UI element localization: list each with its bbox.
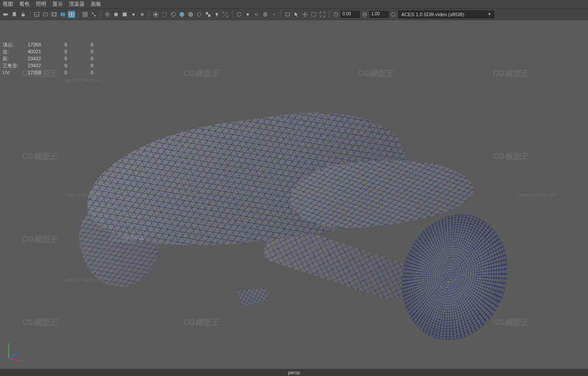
svg-point-19 — [198, 12, 202, 16]
resolution-gate-icon[interactable] — [50, 10, 58, 18]
image-plane-icon[interactable] — [33, 10, 41, 18]
svg-point-14 — [132, 13, 134, 15]
svg-point-15 — [141, 13, 144, 16]
stats-row-tris: 三角形: 23432 0 0 — [3, 62, 102, 69]
gamma-icon[interactable] — [361, 10, 369, 18]
isolate-select-icon[interactable] — [152, 10, 160, 18]
svg-point-12 — [114, 12, 118, 16]
grid-icon[interactable] — [81, 10, 89, 18]
stats-val: 23432 — [24, 55, 50, 62]
camera-select-icon[interactable] — [2, 10, 10, 18]
polycount-hud: 顶点: 17058 0 0 边: 40021 0 0 面: 23432 0 0 … — [3, 41, 102, 76]
stats-row-verts: 顶点: 17058 0 0 — [3, 41, 102, 48]
color-mgmt-icon[interactable] — [390, 10, 397, 18]
colorspace-dropdown[interactable]: ACES 1.0 SDR-video (sRGB) ▼ — [398, 10, 494, 18]
fullscreen-icon[interactable] — [318, 10, 326, 18]
menu-shading[interactable]: 着色 — [19, 0, 30, 8]
svg-point-27 — [273, 14, 275, 15]
refresh-icon[interactable] — [235, 10, 243, 18]
film-gate-icon[interactable] — [41, 10, 49, 18]
stats-row-edges: 边: 40021 0 0 — [3, 48, 102, 55]
cube-view1-icon[interactable] — [169, 10, 177, 18]
stats-label: 顶点: — [3, 41, 24, 48]
bookmark-icon[interactable] — [10, 10, 18, 18]
stats-val: 0 — [50, 69, 76, 76]
svg-rect-1 — [22, 14, 25, 16]
svg-point-25 — [255, 13, 257, 15]
stats-row-uvs: UV: 17058 0 0 — [3, 69, 102, 76]
rect-tool-icon[interactable] — [284, 10, 291, 18]
svg-rect-28 — [286, 13, 290, 16]
stats-val: 0 — [50, 62, 76, 69]
menu-renderer[interactable]: 渲染器 — [69, 0, 85, 8]
expand-icon[interactable] — [222, 10, 229, 18]
checker-icon[interactable] — [204, 10, 212, 18]
svg-rect-13 — [123, 12, 127, 16]
svg-rect-6 — [61, 12, 65, 16]
camera-name: persp — [288, 370, 300, 375]
stats-val: 0 — [50, 48, 76, 55]
gamma-field[interactable]: 1.00 — [369, 11, 389, 18]
viewport-toolbar: 0.00 1.00 ACES 1.0 SDR-video (sRGB) ▼ — [0, 9, 588, 20]
axis-gizmo: y x z — [4, 341, 26, 363]
menu-display[interactable]: 显示 — [52, 0, 63, 8]
svg-rect-18 — [163, 12, 167, 16]
globe-icon[interactable] — [261, 10, 269, 18]
dot2-icon[interactable] — [253, 10, 260, 18]
menu-view[interactable]: 视图 — [3, 0, 13, 8]
svg-point-22 — [215, 13, 218, 15]
lock-camera-icon[interactable] — [19, 10, 27, 18]
selected-view-icon[interactable] — [68, 10, 75, 18]
viewport[interactable]: 顶点: 17058 0 0 边: 40021 0 0 面: 23432 0 0 … — [0, 20, 588, 369]
cube-view3-icon[interactable] — [187, 10, 195, 18]
menu-bar: 视图 着色 照明 显示 渲染器 面板 — [0, 0, 588, 9]
stats-val: 0 — [76, 41, 102, 48]
dot1-icon[interactable] — [244, 10, 252, 18]
toolbar-separator — [280, 11, 281, 18]
svg-rect-5 — [53, 13, 56, 15]
svg-point-24 — [246, 13, 249, 15]
stats-label: 边: — [3, 48, 24, 55]
svg-rect-20 — [206, 12, 208, 14]
stats-val: 0 — [50, 55, 76, 62]
arrow-cursor-icon[interactable] — [292, 10, 300, 18]
stats-label: 面: — [3, 55, 24, 62]
light-icon[interactable] — [213, 10, 221, 18]
axis-y-label: y — [8, 342, 10, 346]
joints-icon[interactable] — [90, 10, 98, 18]
stats-val: 0 — [76, 48, 102, 55]
menu-lighting[interactable]: 照明 — [36, 0, 46, 8]
stats-row-faces: 面: 23432 0 0 — [3, 55, 102, 62]
svg-rect-21 — [208, 14, 210, 17]
tiny-icon[interactable] — [270, 10, 278, 18]
smooth-shade-icon[interactable] — [112, 10, 120, 18]
use-all-lights-icon[interactable] — [130, 10, 137, 18]
axis-x-label: x — [22, 358, 24, 362]
cube-view2-icon[interactable] — [178, 10, 186, 18]
gate-mask-icon[interactable] — [59, 10, 67, 18]
stats-val: 17058 — [24, 41, 50, 48]
toolbar-separator — [149, 11, 149, 18]
stats-val: 17058 — [24, 69, 50, 76]
shadow-icon[interactable] — [138, 10, 146, 18]
svg-rect-3 — [44, 13, 48, 16]
move-cam-icon[interactable] — [301, 10, 309, 18]
menu-panels[interactable]: 面板 — [91, 0, 101, 8]
toolbar-separator — [78, 11, 79, 18]
textured-icon[interactable] — [121, 10, 129, 18]
rect-select-icon[interactable] — [310, 10, 318, 18]
axis-z-label: z — [16, 351, 18, 355]
exposure-icon[interactable] — [332, 10, 340, 18]
svg-rect-0 — [3, 13, 7, 15]
exposure-field[interactable]: 0.00 — [341, 11, 360, 18]
wireframe-shaded-icon[interactable] — [103, 10, 111, 18]
svg-line-35 — [9, 354, 16, 359]
svg-line-10 — [92, 13, 95, 15]
stats-val: 0 — [50, 41, 76, 48]
toolbar-separator — [232, 11, 232, 18]
circle-tool-icon[interactable] — [195, 10, 203, 18]
stats-val: 0 — [76, 55, 102, 62]
toolbar-separator — [329, 11, 329, 18]
xray-icon[interactable] — [161, 10, 168, 18]
stats-val: 23432 — [24, 62, 50, 69]
